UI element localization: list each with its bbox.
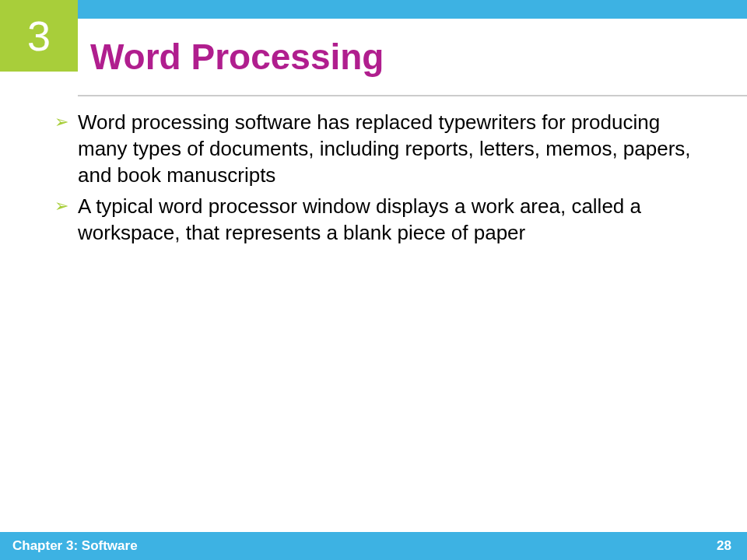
footer-bar: Chapter 3: Software 28 (0, 532, 747, 560)
bullet-item: ➢ A typical word processor window displa… (54, 193, 705, 246)
header-accent-bar (78, 0, 747, 19)
bullet-arrow-icon: ➢ (54, 193, 68, 219)
content-body: ➢ Word processing software has replaced … (54, 109, 705, 250)
title-container: Word Processing (78, 19, 747, 96)
bullet-item: ➢ Word processing software has replaced … (54, 109, 705, 188)
chapter-number: 3 (27, 12, 51, 60)
bullet-arrow-icon: ➢ (54, 109, 68, 135)
footer-chapter-label: Chapter 3: Software (12, 538, 138, 554)
chapter-badge: 3 (0, 0, 78, 72)
bullet-text: Word processing software has replaced ty… (78, 109, 705, 188)
page-number: 28 (717, 538, 731, 554)
bullet-text: A typical word processor window displays… (78, 193, 705, 246)
slide-title: Word Processing (90, 36, 384, 78)
